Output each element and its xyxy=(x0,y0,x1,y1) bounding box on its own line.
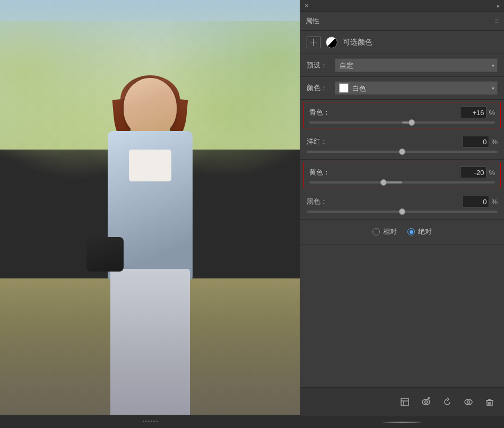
color-preview-swatch xyxy=(339,83,349,93)
magenta-slider-track[interactable] xyxy=(307,151,498,153)
panel-top-bar: × « xyxy=(300,0,504,12)
magenta-label: 洋红： xyxy=(307,137,327,146)
magenta-value-wrapper: 0 % xyxy=(463,136,498,147)
cyan-value-wrapper: +16 % xyxy=(460,107,495,118)
cyan-percent: % xyxy=(489,109,495,117)
cyan-label: 青色： xyxy=(309,108,330,117)
black-value: 0 xyxy=(483,198,486,206)
yellow-value-box[interactable]: -20 xyxy=(460,167,486,178)
toggle-visibility-button[interactable] xyxy=(460,395,476,409)
reset-button[interactable] xyxy=(439,395,455,409)
clip-icon xyxy=(400,397,410,407)
figure-bag xyxy=(86,237,124,272)
yellow-value-wrapper: -20 % xyxy=(460,167,495,178)
adj-cross-icon xyxy=(307,37,320,48)
dot-4 xyxy=(151,421,152,422)
black-slider-header: 黑色： 0 % xyxy=(307,196,498,207)
preset-select-wrapper: 自定 默认值 ▾ xyxy=(335,58,498,72)
radio-row: 相对 绝对 xyxy=(300,220,504,244)
panel-header: 属性 ≡ xyxy=(300,12,504,31)
adj-title: 可选颜色 xyxy=(343,38,372,47)
magenta-percent: % xyxy=(491,138,498,146)
yellow-value: -20 xyxy=(474,169,484,177)
panel-expand-button[interactable]: « xyxy=(497,3,500,9)
radio-absolute-circle xyxy=(407,228,415,235)
adj-circle-icon xyxy=(326,37,337,48)
svg-point-1 xyxy=(422,399,430,405)
black-value-box[interactable]: 0 xyxy=(463,196,489,207)
cyan-value: +16 xyxy=(472,109,484,117)
dot-1 xyxy=(143,421,144,422)
photo-area xyxy=(0,0,300,428)
figure-pants xyxy=(110,269,190,428)
figure-head xyxy=(124,78,177,136)
yellow-label: 黄色： xyxy=(309,168,330,177)
black-percent: % xyxy=(491,198,498,206)
sliders-section: 青色： +16 % 洋红： 0 xyxy=(300,100,504,387)
panel-title: 属性 xyxy=(306,16,319,26)
properties-panel: × « 属性 ≡ 可选颜色 预设： 自定 默认值 ▾ 颜色： 白色 红色 xyxy=(300,0,504,428)
black-value-wrapper: 0 % xyxy=(463,196,498,207)
svg-point-4 xyxy=(467,401,470,404)
black-slider-group: 黑色： 0 % xyxy=(300,190,504,220)
adj-layer-header: 可选颜色 xyxy=(300,31,504,54)
cyan-slider-track[interactable] xyxy=(309,121,495,124)
panel-close-button[interactable]: × xyxy=(305,2,309,10)
radio-relative[interactable]: 相对 xyxy=(372,227,397,237)
color-select[interactable]: 白色 红色 黄色 绿色 青色 蓝色 洋红 中性色 黑色 xyxy=(335,81,498,95)
figure-inner-shirt xyxy=(129,150,171,181)
yellow-slider-header: 黄色： -20 % xyxy=(309,167,495,178)
preset-label: 预设： xyxy=(307,60,331,70)
cyan-slider-header: 青色： +16 % xyxy=(309,107,495,118)
color-label: 颜色： xyxy=(307,83,331,93)
reset-icon xyxy=(442,397,452,407)
magenta-value-box[interactable]: 0 xyxy=(463,136,489,147)
bottom-toolbar xyxy=(300,387,504,416)
photo-dots xyxy=(143,421,158,422)
dot-2 xyxy=(145,421,147,422)
dot-5 xyxy=(153,421,155,422)
eye-icon xyxy=(464,397,473,407)
dots-line xyxy=(381,422,423,423)
magenta-slider-thumb[interactable] xyxy=(399,149,405,155)
radio-absolute-label: 绝对 xyxy=(418,227,432,237)
yellow-slider-thumb[interactable] xyxy=(380,179,387,186)
black-slider-thumb[interactable] xyxy=(399,208,405,215)
magenta-slider-header: 洋红： 0 % xyxy=(307,136,498,147)
panel-bottom-dots xyxy=(300,416,504,428)
radio-relative-label: 相对 xyxy=(383,227,397,237)
svg-rect-0 xyxy=(401,398,409,406)
dot-6 xyxy=(156,421,158,422)
svg-point-2 xyxy=(425,401,428,404)
eye-with-arrow-icon xyxy=(421,397,431,407)
preset-select[interactable]: 自定 默认值 xyxy=(335,58,498,72)
photo-bottom-bar xyxy=(0,415,300,428)
color-row: 颜色： 白色 红色 黄色 绿色 青色 蓝色 洋红 中性色 黑色 ▾ xyxy=(300,77,504,100)
yellow-slider-group: 黄色： -20 % xyxy=(303,162,501,188)
color-select-wrapper: 白色 红色 黄色 绿色 青色 蓝色 洋红 中性色 黑色 ▾ xyxy=(335,81,498,95)
cyan-value-box[interactable]: +16 xyxy=(460,107,486,118)
cyan-slider-thumb[interactable] xyxy=(409,119,415,126)
delete-button[interactable] xyxy=(482,395,498,409)
magenta-slider-group: 洋红： 0 % xyxy=(300,130,504,160)
radio-absolute[interactable]: 绝对 xyxy=(407,227,432,237)
cyan-slider-group: 青色： +16 % xyxy=(303,102,501,128)
panel-menu-icon[interactable]: ≡ xyxy=(494,17,499,25)
black-slider-track[interactable] xyxy=(307,211,498,213)
preset-row: 预设： 自定 默认值 ▾ xyxy=(300,54,504,77)
view-previous-button[interactable] xyxy=(418,395,434,409)
black-label: 黑色： xyxy=(307,197,327,206)
radio-relative-circle xyxy=(372,228,380,235)
svg-point-3 xyxy=(465,399,472,405)
dot-3 xyxy=(148,421,150,422)
yellow-percent: % xyxy=(489,169,495,177)
clip-to-layer-button[interactable] xyxy=(397,395,413,409)
yellow-slider-track[interactable] xyxy=(309,181,495,184)
magenta-value: 0 xyxy=(483,138,486,146)
person-figure xyxy=(65,67,235,428)
photo-scene xyxy=(0,0,300,428)
radio-absolute-inner xyxy=(410,230,413,234)
trash-icon xyxy=(485,397,494,407)
